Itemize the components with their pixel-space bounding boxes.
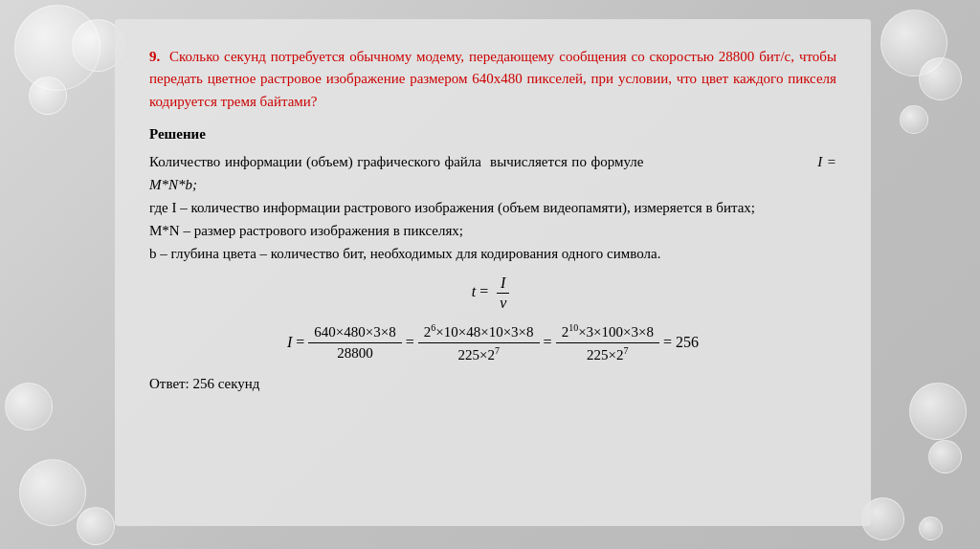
bubble-6	[900, 105, 928, 134]
formula-equals: =	[479, 283, 492, 299]
content-card: 9. Сколько секунд потребуется обычному м…	[115, 19, 871, 526]
bubble-9	[928, 440, 962, 473]
big-frac1-denom: 28800	[331, 343, 379, 362]
bubble-8	[909, 383, 967, 440]
big-fraction-2: 26×10×48×10×3×8 225×27	[418, 321, 540, 364]
big-formula: I = 640×480×3×8 28800 = 26×10×48×10×3×8 …	[149, 321, 836, 364]
solution-label: Решение	[149, 126, 836, 143]
bubble-11	[77, 507, 115, 545]
paragraph-3: M*N – размер растрового изображения в пи…	[149, 219, 836, 242]
question-text: Сколько секунд потребуется обычному моде…	[149, 49, 836, 109]
fraction-numer-i: I	[497, 274, 509, 294]
big-fraction-1: 640×480×3×8 28800	[308, 323, 401, 362]
answer: Ответ: 256 секунд	[149, 376, 836, 392]
bubble-7	[5, 383, 53, 430]
fraction-iv: I v	[496, 274, 510, 312]
question: 9. Сколько секунд потребуется обычному м…	[149, 46, 836, 113]
big-formula-result: = 256	[663, 334, 699, 351]
fraction-denom-v: v	[496, 294, 510, 312]
paragraph-1: Количество информации (объем) графическо…	[149, 150, 836, 196]
big-formula-eq0: =	[296, 334, 304, 351]
big-formula-eq1: =	[406, 334, 414, 351]
paragraph-2: где I – количество информации растрового…	[149, 196, 836, 219]
bubble-13	[919, 516, 943, 540]
bubble-3	[29, 77, 67, 115]
big-frac3-denom: 225×27	[581, 343, 634, 364]
question-number: 9.	[149, 49, 160, 64]
formula-t-block: t = I v	[149, 274, 836, 312]
para1-text: Количество информации (объем) графическо…	[149, 154, 836, 192]
big-frac3-numer: 210×3×100×3×8	[556, 321, 659, 343]
bubble-5	[919, 57, 962, 100]
paragraph-4: b – глубина цвета – количество бит, необ…	[149, 242, 836, 265]
formula-imn: I = M*N*b;	[149, 154, 836, 192]
big-formula-eq2: =	[544, 334, 552, 351]
big-fraction-3: 210×3×100×3×8 225×27	[556, 321, 659, 364]
big-formula-i: I	[287, 334, 292, 351]
big-frac1-numer: 640×480×3×8	[308, 323, 401, 343]
big-frac2-denom: 225×27	[452, 343, 504, 364]
big-frac2-numer: 26×10×48×10×3×8	[418, 321, 540, 343]
bubble-10	[19, 459, 86, 526]
formula-t-label: t	[472, 283, 476, 299]
